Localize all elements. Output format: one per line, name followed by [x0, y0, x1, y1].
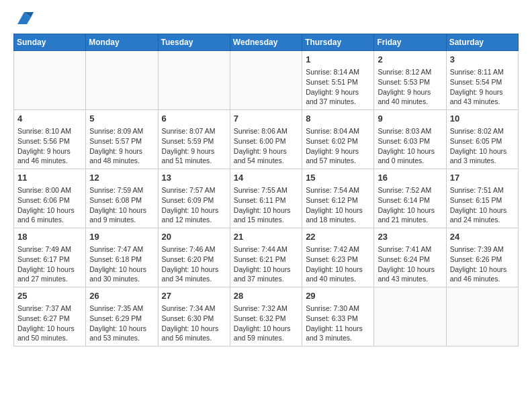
day-info: Daylight: 10 hours and 27 minutes. [17, 265, 82, 284]
header-day-friday: Friday [374, 34, 446, 51]
day-info: Sunrise: 8:00 AM [17, 185, 82, 195]
day-info: Sunset: 6:14 PM [378, 195, 442, 205]
day-info: Daylight: 10 hours and 34 minutes. [162, 265, 226, 284]
day-number: 4 [17, 113, 82, 125]
day-number: 24 [450, 231, 515, 243]
day-info: Sunset: 6:08 PM [89, 195, 154, 205]
calendar-cell: 25Sunrise: 7:37 AMSunset: 6:27 PMDayligh… [14, 287, 86, 347]
calendar-cell: 19Sunrise: 7:47 AMSunset: 6:18 PMDayligh… [86, 228, 158, 287]
calendar-cell: 23Sunrise: 7:41 AMSunset: 6:24 PMDayligh… [374, 228, 446, 287]
logo-icon [15, 8, 34, 27]
day-number: 29 [306, 290, 370, 302]
day-info: Sunset: 6:27 PM [17, 314, 82, 324]
calendar-cell: 8Sunrise: 8:04 AMSunset: 6:02 PMDaylight… [302, 110, 374, 169]
calendar-cell [446, 287, 518, 347]
day-number: 6 [162, 113, 226, 125]
day-info: Sunrise: 7:39 AM [450, 244, 515, 255]
header-day-saturday: Saturday [446, 34, 518, 51]
day-number: 14 [234, 172, 298, 184]
day-info: Daylight: 9 hours and 43 minutes. [450, 87, 515, 107]
week-row-2: 4Sunrise: 8:10 AMSunset: 5:56 PMDaylight… [14, 110, 519, 169]
day-info: Sunrise: 8:02 AM [450, 126, 515, 136]
day-number: 11 [17, 172, 82, 184]
day-number: 23 [378, 231, 442, 243]
calendar-cell: 26Sunrise: 7:35 AMSunset: 6:29 PMDayligh… [86, 287, 158, 347]
calendar-cell: 6Sunrise: 8:07 AMSunset: 5:59 PMDaylight… [158, 110, 230, 169]
week-row-5: 25Sunrise: 7:37 AMSunset: 6:27 PMDayligh… [14, 287, 519, 347]
week-row-4: 18Sunrise: 7:49 AMSunset: 6:17 PMDayligh… [14, 228, 519, 287]
day-info: Sunset: 6:11 PM [234, 195, 298, 205]
calendar-cell [86, 51, 158, 110]
day-info: Sunset: 5:51 PM [306, 77, 370, 87]
logo [13, 11, 34, 27]
day-info: Sunrise: 8:09 AM [89, 126, 154, 136]
day-number: 20 [162, 231, 226, 243]
day-info: Sunrise: 7:57 AM [162, 185, 226, 195]
day-info: Sunset: 6:23 PM [306, 255, 370, 265]
day-number: 27 [162, 290, 226, 302]
day-info: Sunrise: 7:41 AM [378, 244, 442, 255]
day-info: Sunrise: 7:34 AM [162, 304, 226, 314]
day-info: Daylight: 10 hours and 56 minutes. [162, 324, 226, 343]
day-info: Daylight: 9 hours and 51 minutes. [162, 146, 226, 166]
day-number: 15 [306, 172, 370, 184]
calendar-header: SundayMondayTuesdayWednesdayThursdayFrid… [14, 34, 519, 51]
day-info: Daylight: 10 hours and 37 minutes. [234, 265, 298, 284]
day-info: Sunrise: 8:11 AM [450, 67, 515, 77]
day-info: Sunrise: 8:06 AM [234, 126, 298, 136]
header-day-sunday: Sunday [14, 34, 86, 51]
day-info: Daylight: 10 hours and 12 minutes. [162, 205, 226, 225]
day-number: 5 [89, 113, 154, 125]
day-info: Sunset: 6:06 PM [17, 195, 82, 205]
calendar-cell: 29Sunrise: 7:30 AMSunset: 6:33 PMDayligh… [302, 287, 374, 347]
day-info: Daylight: 10 hours and 46 minutes. [450, 265, 515, 284]
day-number: 1 [306, 54, 370, 66]
day-info: Daylight: 9 hours and 54 minutes. [234, 146, 298, 166]
day-info: Sunset: 6:15 PM [450, 195, 515, 205]
calendar-cell: 1Sunrise: 8:14 AMSunset: 5:51 PMDaylight… [302, 51, 374, 110]
day-info: Sunset: 6:20 PM [162, 255, 226, 265]
day-info: Daylight: 10 hours and 40 minutes. [306, 265, 370, 284]
calendar-cell: 15Sunrise: 7:54 AMSunset: 6:12 PMDayligh… [302, 169, 374, 228]
day-number: 3 [450, 54, 515, 66]
day-number: 18 [17, 231, 82, 243]
day-number: 8 [306, 113, 370, 125]
header-day-thursday: Thursday [302, 34, 374, 51]
day-info: Daylight: 10 hours and 43 minutes. [378, 265, 442, 284]
day-info: Sunrise: 8:07 AM [162, 126, 226, 136]
day-info: Sunrise: 7:52 AM [378, 185, 442, 195]
day-info: Daylight: 10 hours and 59 minutes. [234, 324, 298, 343]
day-number: 2 [378, 54, 442, 66]
day-info: Sunset: 6:21 PM [234, 255, 298, 265]
calendar-body: 1Sunrise: 8:14 AMSunset: 5:51 PMDaylight… [14, 51, 519, 347]
day-info: Daylight: 10 hours and 21 minutes. [378, 205, 442, 225]
day-info: Sunset: 6:24 PM [378, 255, 442, 265]
calendar-cell: 27Sunrise: 7:34 AMSunset: 6:30 PMDayligh… [158, 287, 230, 347]
day-info: Sunset: 6:12 PM [306, 195, 370, 205]
calendar-cell: 16Sunrise: 7:52 AMSunset: 6:14 PMDayligh… [374, 169, 446, 228]
calendar-cell: 14Sunrise: 7:55 AMSunset: 6:11 PMDayligh… [230, 169, 302, 228]
day-info: Sunrise: 8:03 AM [378, 126, 442, 136]
day-info: Sunset: 6:18 PM [89, 255, 154, 265]
day-info: Sunrise: 7:59 AM [89, 185, 154, 195]
day-info: Sunset: 6:29 PM [89, 314, 154, 324]
day-info: Daylight: 10 hours and 18 minutes. [306, 205, 370, 225]
day-info: Daylight: 9 hours and 46 minutes. [17, 146, 82, 166]
day-info: Daylight: 9 hours and 37 minutes. [306, 87, 370, 107]
day-info: Sunrise: 8:10 AM [17, 126, 82, 136]
day-number: 10 [450, 113, 515, 125]
day-info: Sunset: 6:30 PM [162, 314, 226, 324]
day-info: Daylight: 10 hours and 50 minutes. [17, 324, 82, 343]
day-info: Sunset: 6:03 PM [378, 136, 442, 146]
calendar-cell: 12Sunrise: 7:59 AMSunset: 6:08 PMDayligh… [86, 169, 158, 228]
calendar-cell [374, 287, 446, 347]
day-info: Sunrise: 8:04 AM [306, 126, 370, 136]
calendar-cell: 3Sunrise: 8:11 AMSunset: 5:54 PMDaylight… [446, 51, 518, 110]
day-number: 13 [162, 172, 226, 184]
day-info: Sunset: 6:00 PM [234, 136, 298, 146]
day-info: Sunset: 5:56 PM [17, 136, 82, 146]
header-day-wednesday: Wednesday [230, 34, 302, 51]
day-info: Daylight: 9 hours and 40 minutes. [378, 87, 442, 107]
day-info: Sunrise: 7:44 AM [234, 244, 298, 255]
day-info: Sunrise: 7:49 AM [17, 244, 82, 255]
